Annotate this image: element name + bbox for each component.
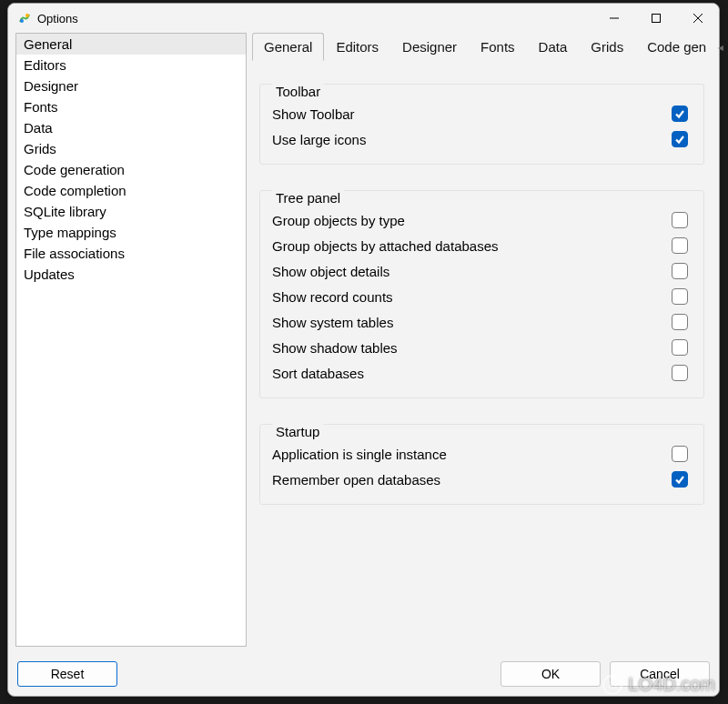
tab[interactable]: Fonts bbox=[469, 33, 527, 61]
checkbox[interactable] bbox=[672, 471, 688, 488]
group-startup: Startup Application is single instanceRe… bbox=[259, 417, 704, 505]
content-area: GeneralEditorsDesignerFontsDataGridsCode… bbox=[8, 33, 719, 654]
sidebar-item[interactable]: General bbox=[16, 34, 246, 55]
category-sidebar: GeneralEditorsDesignerFontsDataGridsCode… bbox=[15, 33, 247, 647]
checkbox[interactable] bbox=[672, 288, 688, 305]
checkbox[interactable] bbox=[672, 263, 688, 279]
svg-rect-3 bbox=[652, 15, 661, 23]
tab-panel-general: Toolbar Show ToolbarUse large icons Tree… bbox=[252, 61, 712, 647]
tab[interactable]: Designer bbox=[390, 33, 469, 61]
option-label: Remember open databases bbox=[272, 472, 672, 488]
option-row: Application is single instance bbox=[272, 441, 692, 467]
title-bar: Options bbox=[8, 4, 719, 33]
ok-button[interactable]: OK bbox=[500, 661, 601, 687]
tab[interactable]: Data bbox=[527, 33, 580, 61]
option-label: Show object details bbox=[272, 264, 672, 279]
svg-point-0 bbox=[25, 14, 29, 17]
option-label: Group objects by attached databases bbox=[272, 238, 672, 254]
minimize-button[interactable] bbox=[593, 5, 635, 32]
checkbox[interactable] bbox=[672, 106, 688, 122]
dialog-footer: Reset OK Cancel bbox=[8, 654, 719, 696]
tab[interactable]: Grids bbox=[579, 33, 635, 61]
option-label: Show record counts bbox=[272, 289, 672, 305]
option-label: Show Toolbar bbox=[272, 106, 672, 122]
option-label: Use large icons bbox=[272, 132, 672, 147]
option-row: Group objects by type bbox=[272, 207, 692, 233]
reset-button[interactable]: Reset bbox=[17, 661, 117, 687]
group-toolbar: Toolbar Show ToolbarUse large icons bbox=[259, 76, 704, 165]
sidebar-item[interactable]: Editors bbox=[16, 55, 246, 75]
tab[interactable]: Code gen bbox=[635, 33, 718, 61]
option-label: Application is single instance bbox=[272, 447, 672, 462]
sidebar-item[interactable]: Fonts bbox=[16, 96, 246, 117]
option-row: Show object details bbox=[272, 258, 692, 284]
option-label: Group objects by type bbox=[272, 213, 672, 228]
svg-point-1 bbox=[20, 19, 24, 23]
option-row: Remember open databases bbox=[272, 467, 692, 492]
sidebar-item[interactable]: Designer bbox=[16, 75, 246, 96]
close-button[interactable] bbox=[677, 5, 719, 32]
option-row: Show Toolbar bbox=[272, 101, 692, 126]
group-legend: Toolbar bbox=[272, 84, 324, 99]
option-row: Show record counts bbox=[272, 284, 692, 309]
options-window: Options GeneralEditorsDesignerFontsDataG… bbox=[7, 3, 720, 697]
tab-bar: GeneralEditorsDesignerFontsDataGridsCode… bbox=[252, 33, 712, 62]
option-label: Sort databases bbox=[272, 366, 672, 381]
checkbox[interactable] bbox=[672, 339, 688, 356]
sidebar-item[interactable]: SQLite library bbox=[16, 201, 246, 222]
option-row: Sort databases bbox=[272, 360, 692, 386]
checkbox[interactable] bbox=[672, 237, 688, 254]
group-legend: Startup bbox=[272, 424, 323, 439]
sidebar-item[interactable]: Code completion bbox=[16, 180, 246, 201]
sidebar-item[interactable]: Code generation bbox=[16, 159, 246, 180]
sidebar-item[interactable]: Type mappings bbox=[16, 222, 246, 243]
tab-overflow-icon[interactable]: ◂ bbox=[718, 41, 723, 54]
app-icon bbox=[17, 11, 32, 25]
checkbox[interactable] bbox=[672, 446, 688, 462]
checkbox[interactable] bbox=[672, 212, 688, 228]
option-row: Group objects by attached databases bbox=[272, 233, 692, 258]
option-row: Use large icons bbox=[272, 126, 692, 152]
checkbox[interactable] bbox=[672, 314, 688, 330]
checkbox[interactable] bbox=[672, 131, 688, 147]
option-label: Show shadow tables bbox=[272, 340, 672, 356]
maximize-button[interactable] bbox=[635, 5, 677, 32]
cancel-button[interactable]: Cancel bbox=[610, 661, 710, 687]
tab[interactable]: Editors bbox=[324, 33, 390, 61]
option-row: Show system tables bbox=[272, 309, 692, 335]
option-label: Show system tables bbox=[272, 315, 672, 330]
group-tree-panel: Tree panel Group objects by typeGroup ob… bbox=[259, 183, 704, 398]
sidebar-item[interactable]: Grids bbox=[16, 138, 246, 159]
sidebar-item[interactable]: Data bbox=[16, 117, 246, 138]
tab[interactable]: General bbox=[252, 33, 324, 61]
sidebar-item[interactable]: Updates bbox=[16, 264, 246, 285]
window-title: Options bbox=[37, 12, 78, 25]
sidebar-item[interactable]: File associations bbox=[16, 243, 246, 264]
option-row: Show shadow tables bbox=[272, 335, 692, 360]
main-panel: GeneralEditorsDesignerFontsDataGridsCode… bbox=[252, 33, 712, 647]
group-legend: Tree panel bbox=[272, 190, 344, 206]
checkbox[interactable] bbox=[672, 365, 688, 381]
